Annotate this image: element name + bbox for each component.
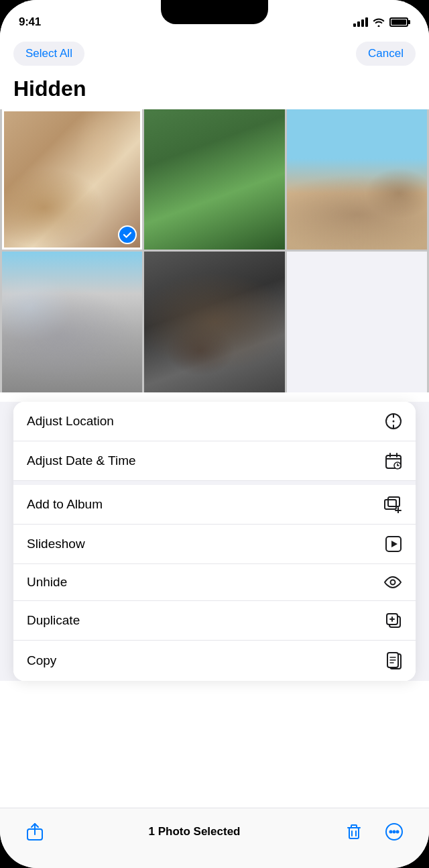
notch	[161, 0, 268, 24]
selection-check-1	[118, 225, 137, 244]
menu-item-adjust-date[interactable]: Adjust Date & Time	[13, 441, 416, 481]
cancel-button[interactable]: Cancel	[356, 42, 416, 66]
add-album-icon	[383, 496, 402, 513]
menu-label-unhide: Unhide	[27, 575, 67, 590]
context-menu: Adjust Location Adjust Date & Time	[13, 402, 416, 681]
photo-cell-3[interactable]	[287, 109, 427, 250]
menu-item-copy[interactable]: Copy	[13, 641, 416, 681]
play-icon	[385, 535, 402, 553]
signal-icon	[353, 17, 368, 27]
photo-cell-1[interactable]	[2, 109, 142, 250]
calendar-icon	[385, 452, 402, 470]
menu-item-adjust-location[interactable]: Adjust Location	[13, 402, 416, 441]
svg-point-33	[389, 830, 391, 832]
phone-frame: 9:41 Select All Cancel Hidden	[0, 0, 429, 868]
status-time: 9:41	[19, 15, 41, 29]
eye-icon	[383, 576, 402, 589]
share-button[interactable]	[20, 817, 50, 847]
photo-cell-5[interactable]	[144, 252, 284, 392]
nav-bar: Select All Cancel	[0, 36, 429, 74]
svg-point-17	[391, 580, 395, 584]
status-icons	[353, 17, 410, 27]
menu-label-slideshow: Slideshow	[27, 537, 85, 551]
menu-item-slideshow[interactable]: Slideshow	[13, 525, 416, 564]
menu-item-unhide[interactable]: Unhide	[13, 564, 416, 601]
delete-button[interactable]	[339, 817, 369, 847]
svg-marker-16	[391, 541, 397, 547]
context-menu-overlay: Adjust Location Adjust Date & Time	[0, 402, 429, 681]
svg-rect-12	[388, 497, 400, 506]
menu-label-adjust-date: Adjust Date & Time	[27, 453, 136, 468]
selected-count-text: 1 Photo Selected	[149, 825, 241, 838]
svg-point-1	[393, 420, 395, 422]
menu-label-add-to-album: Add to Album	[27, 497, 103, 512]
menu-item-add-to-album[interactable]: Add to Album	[13, 481, 416, 525]
svg-rect-29	[349, 828, 359, 838]
battery-icon	[389, 17, 410, 27]
menu-item-duplicate[interactable]: Duplicate	[13, 601, 416, 641]
wifi-icon	[373, 17, 385, 27]
menu-label-adjust-location: Adjust Location	[27, 414, 114, 429]
menu-label-duplicate: Duplicate	[27, 613, 80, 628]
more-button[interactable]	[379, 817, 409, 847]
bottom-toolbar: 1 Photo Selected	[0, 808, 429, 868]
location-icon	[385, 413, 402, 430]
photo-cell-empty	[287, 252, 427, 392]
photo-grid	[0, 109, 429, 392]
svg-point-34	[393, 830, 395, 832]
select-all-button[interactable]: Select All	[13, 42, 84, 66]
svg-point-35	[396, 830, 398, 832]
photo-cell-2[interactable]	[144, 109, 284, 250]
menu-label-copy: Copy	[27, 653, 56, 668]
duplicate-icon	[385, 612, 402, 629]
svg-rect-11	[385, 500, 396, 509]
page-title: Hidden	[0, 74, 429, 109]
photo-cell-4[interactable]	[2, 252, 142, 392]
copy-icon	[386, 651, 402, 670]
